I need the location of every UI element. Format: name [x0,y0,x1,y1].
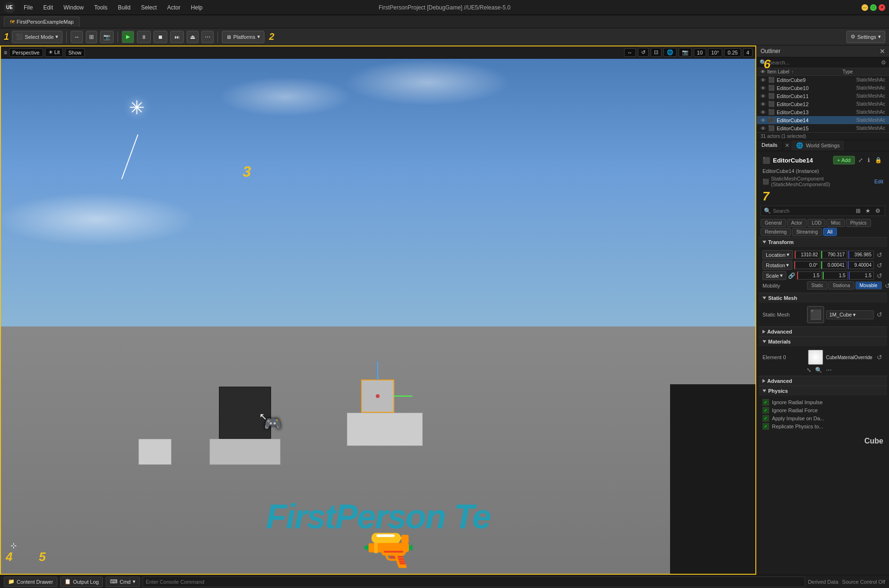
replicate-physics-checkbox[interactable]: ✓ [762,423,769,430]
vp-world-icon[interactable]: 🌐 [663,48,677,57]
selected-cube[interactable] [361,380,394,413]
material-browse-icon[interactable]: 🔍 [814,366,824,374]
rotation-reset-icon[interactable]: ↺ [876,262,883,269]
material-reset-icon[interactable]: ↺ [876,353,883,361]
vp-num-label[interactable]: 4 [743,48,753,57]
close-button[interactable]: ✕ [879,4,885,11]
viewport-layout-btn[interactable]: ≡ [4,49,7,56]
visibility-icon[interactable]: 👁 [761,85,766,91]
pause-button[interactable]: ⏸ [137,31,151,43]
details-tab[interactable]: Details [757,140,783,151]
vp-scale-icon[interactable]: ⊡ [651,48,662,57]
vp-move-icon[interactable]: ↔ [624,48,636,57]
scale-x[interactable]: 1.5 [797,271,822,280]
lock-scale-icon[interactable]: 🔗 [788,272,795,279]
filter-actor[interactable]: Actor [787,219,807,227]
stop-button[interactable]: ⏹ [154,31,167,43]
menu-help[interactable]: Help [186,2,208,13]
source-control-label[interactable]: Source Control Off [842,579,885,585]
filter-streaming[interactable]: Streaming [792,228,822,236]
filter-general[interactable]: General [761,219,786,227]
details-info-icon[interactable]: ℹ [866,156,871,164]
perspective-btn[interactable]: Perspective [9,48,43,57]
camera-btn[interactable]: 📷 [100,31,114,43]
physics-section-header[interactable]: Physics [759,386,887,396]
filter-rendering[interactable]: Rendering [761,228,791,236]
ignore-radial-force-checkbox[interactable]: ✓ [762,407,769,414]
materials-section-header[interactable]: Materials [759,336,887,346]
outliner-item[interactable]: 👁 ⬛ EditorCube12 StaticMeshAc [757,100,889,108]
details-star-icon[interactable]: ★ [864,207,872,215]
more-btn[interactable]: ⋯ [201,31,214,43]
filter-physics[interactable]: Physics [846,219,871,227]
component-edit[interactable]: Edit [874,179,883,184]
outliner-col-label[interactable]: Item Label [767,69,789,74]
mesh-reset-icon[interactable]: ↺ [876,311,883,318]
details-expand-icon[interactable]: ⤢ [857,156,864,164]
advanced2-section-header[interactable]: Advanced [759,376,887,386]
viewport-3d[interactable]: ✳ 3 [1,59,755,574]
menu-build[interactable]: Build [113,2,136,13]
lit-btn[interactable]: ☀ Lit [45,48,64,57]
rotation-y[interactable]: 0.00041 [821,261,847,269]
location-dropdown[interactable]: Location ▾ [762,250,793,259]
details-search-input[interactable] [773,208,853,214]
rotation-dropdown[interactable]: Rotation ▾ [762,261,792,270]
outliner-item[interactable]: 👁 ⬛ EditorCube11 StaticMeshAc [757,92,889,100]
show-btn[interactable]: Show [65,48,85,57]
outliner-item[interactable]: 👁 ⬛ EditorCube15 StaticMeshAc [757,124,889,132]
mobility-stationary-btn[interactable]: Stationa [828,281,854,289]
outliner-item[interactable]: 👁 ⬛ EditorCube14 StaticMeshAc [757,116,889,124]
transform-btn[interactable]: ↔ [71,31,83,43]
location-z[interactable]: 396.985 [848,251,874,259]
details-close-icon[interactable]: ✕ [783,140,791,151]
outliner-search-input[interactable] [769,60,879,65]
snap-btn[interactable]: ⊞ [86,31,97,43]
location-x[interactable]: 1310.82 [795,251,820,259]
visibility-icon[interactable]: 👁 [761,77,766,83]
outliner-item[interactable]: 👁 ⬛ EditorCube9 StaticMeshAc [757,76,889,84]
visibility-icon[interactable]: 👁 [761,101,766,107]
mesh-name-dropdown[interactable]: 1M_Cube ▾ [826,310,874,319]
mobility-movable-btn[interactable]: Movable [855,281,882,289]
console-input[interactable] [143,577,805,587]
play-button[interactable]: ▶ [122,31,134,43]
output-log-button[interactable]: 📋 Output Log [60,577,103,587]
static-mesh-section-header[interactable]: Static Mesh [759,293,887,303]
material-more-icon[interactable]: ⋯ [825,366,833,374]
scale-reset-icon[interactable]: ↺ [876,272,883,280]
vp-scale-label[interactable]: 0.25 [724,48,741,57]
advanced1-section-header[interactable]: Advanced [759,326,887,336]
scale-z[interactable]: 1.5 [849,271,874,280]
cmd-button[interactable]: ⌨ Cmd ▾ [106,577,139,587]
settings-button[interactable]: ⚙ Settings ▾ [846,31,885,43]
vp-camera-icon[interactable]: 📷 [679,48,692,57]
derived-data-label[interactable]: Derived Data [808,579,838,585]
vp-grid-label[interactable]: 10 [694,48,706,57]
details-lock-icon[interactable]: 🔒 [873,156,883,164]
outliner-item[interactable]: 👁 ⬛ EditorCube10 StaticMeshAc [757,84,889,92]
filter-misc[interactable]: Misc [826,219,845,227]
transform-section-header[interactable]: Transform [759,237,887,247]
menu-select[interactable]: Select [136,2,161,13]
skip-button[interactable]: ⏭ [170,31,184,43]
menu-file[interactable]: File [19,2,37,13]
mobility-reset-icon[interactable]: ↺ [884,282,889,289]
rotation-z[interactable]: 9.40004 [848,261,874,269]
visibility-icon[interactable]: 👁 [761,126,766,131]
minimize-button[interactable]: — [862,4,868,11]
add-component-button[interactable]: + Add [833,156,855,164]
filter-lod[interactable]: LOD [807,219,826,227]
world-settings-tab[interactable]: 🌐 World Settings [791,140,845,151]
scale-y[interactable]: 1.5 [823,271,848,280]
location-y[interactable]: 790.317 [821,251,847,259]
eject-btn[interactable]: ⏏ [187,31,199,43]
menu-actor[interactable]: Actor [163,2,185,13]
vp-angle-label[interactable]: 10° [708,48,723,57]
scale-dropdown[interactable]: Scale ▾ [762,271,786,280]
mode-toggle-button[interactable]: ⬛ Select Mode ▾ [12,31,63,43]
outliner-settings-icon[interactable]: ⚙ [881,59,886,66]
apply-impulse-checkbox[interactable]: ✓ [762,415,769,422]
menu-edit[interactable]: Edit [38,2,58,13]
filter-all[interactable]: All [823,228,837,236]
